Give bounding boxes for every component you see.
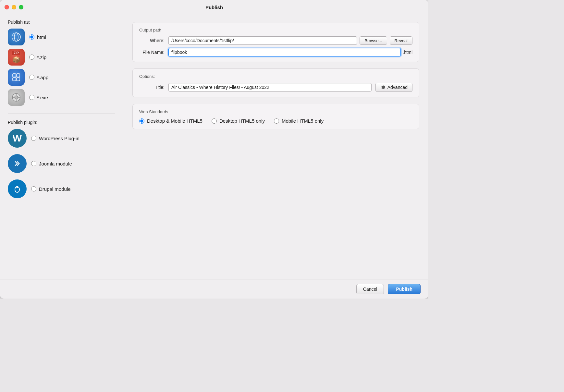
plugin-item-drupal[interactable]: Drupal module <box>8 179 115 198</box>
maximize-button[interactable] <box>19 5 23 9</box>
window-body: Publish as: html <box>0 14 428 279</box>
wordpress-icon: W <box>8 129 27 148</box>
joomla-label: Joomla module <box>39 161 72 166</box>
zip-radio[interactable] <box>29 55 34 60</box>
format-item-exe[interactable]: *.exe <box>8 89 115 106</box>
title-label: Title: <box>139 85 168 90</box>
svg-rect-6 <box>17 74 20 77</box>
divider <box>8 114 115 114</box>
exe-icon <box>8 89 25 106</box>
svg-rect-8 <box>17 78 20 81</box>
options-title: Options: <box>139 74 412 79</box>
plugin-item-wordpress[interactable]: W WordPress Plug-in <box>8 129 115 148</box>
drupal-icon <box>8 179 27 198</box>
svg-point-10 <box>15 96 18 99</box>
traffic-lights <box>5 5 23 9</box>
options-section: Options: Title: Advanced <box>132 68 419 97</box>
drupal-radio[interactable] <box>31 186 36 191</box>
cancel-button[interactable]: Cancel <box>356 284 384 294</box>
svg-rect-7 <box>13 78 16 81</box>
exe-radio-label[interactable]: *.exe <box>29 95 48 100</box>
format-item-html[interactable]: html <box>8 29 115 45</box>
app-radio[interactable] <box>29 75 34 80</box>
window-title: Publish <box>205 5 223 10</box>
exe-radio[interactable] <box>29 95 34 100</box>
filename-suffix: .html <box>403 50 412 55</box>
where-input[interactable] <box>168 36 357 45</box>
zip-label: *.zip <box>37 55 46 60</box>
desktop-mobile-radio[interactable] <box>139 118 144 124</box>
advanced-label: Advanced <box>387 85 408 90</box>
html-radio-label[interactable]: html <box>29 34 46 40</box>
minimize-button[interactable] <box>12 5 16 9</box>
app-icon <box>8 69 25 86</box>
svg-point-16 <box>13 184 22 193</box>
drupal-radio-label[interactable]: Drupal module <box>31 186 71 192</box>
title-row: Title: Advanced <box>139 83 412 92</box>
plugin-item-joomla[interactable]: Joomla module <box>8 154 115 173</box>
title-input[interactable] <box>168 83 372 92</box>
publish-plugin-label: Publish plugin: <box>8 120 115 125</box>
app-label: *.app <box>37 75 48 80</box>
browse-button[interactable]: Browse... <box>360 36 387 45</box>
zip-icon: ZIP 📦 <box>8 49 25 66</box>
where-label: Where: <box>139 38 168 43</box>
publish-dialog: Publish Publish as: html <box>0 0 428 299</box>
bottom-bar: Cancel Publish <box>0 279 428 299</box>
desktop-mobile-option[interactable]: Desktop & Mobile HTML5 <box>139 118 202 124</box>
gear-icon <box>380 85 386 90</box>
publish-button[interactable]: Publish <box>388 284 421 294</box>
filename-row: File Name: .html <box>139 48 412 56</box>
format-item-app[interactable]: *.app <box>8 69 115 86</box>
svg-point-18 <box>16 186 18 188</box>
mobile-only-radio[interactable] <box>274 118 279 124</box>
wordpress-label: WordPress Plug-in <box>39 136 80 141</box>
zip-radio-label[interactable]: *.zip <box>29 55 46 60</box>
publish-as-label: Publish as: <box>8 19 115 25</box>
mobile-only-label: Mobile HTML5 only <box>282 118 324 124</box>
drupal-label: Drupal module <box>39 186 71 192</box>
html-icon <box>8 29 25 45</box>
right-panel: Output path Where: Browse... Reveal File… <box>123 14 428 279</box>
mobile-only-option[interactable]: Mobile HTML5 only <box>274 118 324 124</box>
advanced-button[interactable]: Advanced <box>375 83 412 92</box>
desktop-only-label: Desktop HTML5 only <box>219 118 265 124</box>
app-radio-label[interactable]: *.app <box>29 75 48 80</box>
close-button[interactable] <box>5 5 9 9</box>
desktop-mobile-label: Desktop & Mobile HTML5 <box>147 118 202 124</box>
web-standards-options: Desktop & Mobile HTML5 Desktop HTML5 onl… <box>139 118 412 124</box>
left-panel: Publish as: html <box>0 14 123 279</box>
filename-input[interactable] <box>168 48 401 56</box>
joomla-radio[interactable] <box>31 161 36 166</box>
where-row: Where: Browse... Reveal <box>139 36 412 45</box>
html-label: html <box>37 34 46 40</box>
desktop-only-radio[interactable] <box>212 118 217 124</box>
svg-rect-5 <box>13 74 16 77</box>
web-standards-title: Web Standards <box>139 109 412 114</box>
title-bar: Publish <box>0 0 428 14</box>
joomla-radio-label[interactable]: Joomla module <box>31 161 72 166</box>
exe-label: *.exe <box>37 95 48 100</box>
desktop-only-option[interactable]: Desktop HTML5 only <box>212 118 265 124</box>
web-standards-section: Web Standards Desktop & Mobile HTML5 Des… <box>132 104 419 129</box>
reveal-button[interactable]: Reveal <box>390 36 412 45</box>
html-radio[interactable] <box>29 34 34 40</box>
format-item-zip[interactable]: ZIP 📦 *.zip <box>8 49 115 66</box>
output-path-section: Output path Where: Browse... Reveal File… <box>132 22 419 62</box>
filename-label: File Name: <box>139 50 168 55</box>
wordpress-radio-label[interactable]: WordPress Plug-in <box>31 136 80 141</box>
joomla-icon <box>8 154 27 173</box>
output-path-title: Output path <box>139 28 412 32</box>
wordpress-radio[interactable] <box>31 136 36 141</box>
